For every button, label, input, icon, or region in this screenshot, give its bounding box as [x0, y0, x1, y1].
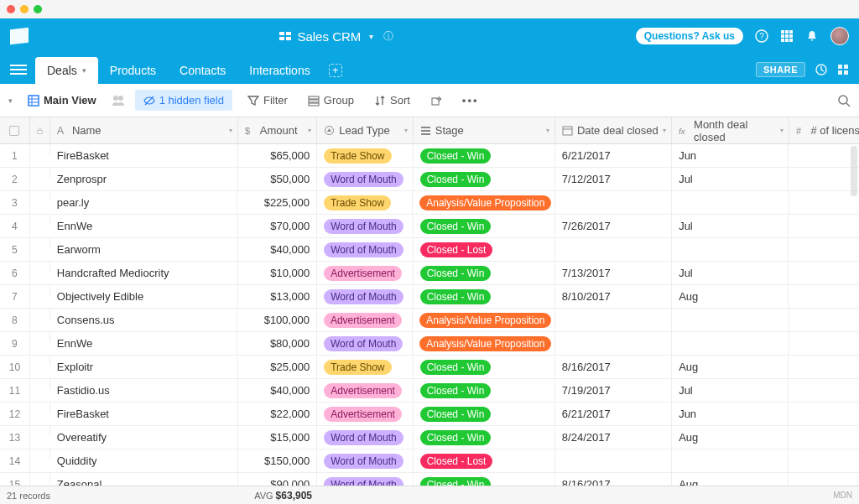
column-name[interactable]: AName▾: [50, 117, 238, 143]
avatar[interactable]: [830, 27, 849, 45]
cell-amount[interactable]: $150,000: [238, 449, 318, 472]
cell-lead-type[interactable]: Advertisement: [317, 403, 413, 425]
cell-date[interactable]: 8/16/2017: [555, 473, 672, 486]
cell-amount[interactable]: $25,000: [238, 356, 318, 378]
workspace-switcher[interactable]: Sales CRM ▾ ⓘ: [37, 29, 636, 44]
column-stage[interactable]: Stage▾: [414, 117, 555, 143]
cell-amount[interactable]: $65,000: [238, 144, 318, 167]
minimize-icon[interactable]: [20, 5, 29, 13]
cell-month[interactable]: Jul: [672, 379, 789, 402]
tab-products[interactable]: Products: [98, 57, 168, 84]
table-row[interactable]: 14Quiddity$150,000Word of MouthClosed - …: [0, 449, 859, 473]
table-row[interactable]: 7Objectively Edible$13,000Word of MouthC…: [0, 285, 859, 309]
table-row[interactable]: 1FireBasket$65,000Trade ShowClosed - Win…: [0, 144, 859, 168]
history-icon[interactable]: [815, 64, 827, 75]
cell-licenses[interactable]: [789, 403, 859, 425]
cell-amount[interactable]: $22,000: [238, 403, 318, 425]
bell-icon[interactable]: [805, 29, 819, 43]
cell-amount[interactable]: $70,000: [238, 215, 318, 237]
cell-amount[interactable]: $10,000: [238, 262, 318, 284]
cell-name[interactable]: EnnWe: [50, 332, 238, 355]
amount-summary[interactable]: AVG $63,905: [239, 490, 319, 501]
cell-month[interactable]: Aug: [672, 356, 789, 378]
cell-licenses[interactable]: [789, 332, 859, 355]
cell-stage[interactable]: Closed - Win: [414, 426, 555, 449]
tab-deals[interactable]: Deals▾: [35, 57, 98, 84]
cell-name[interactable]: FireBasket: [50, 144, 238, 167]
cell-stage[interactable]: Closed - Win: [414, 215, 555, 237]
cell-amount[interactable]: $50,000: [238, 168, 318, 190]
cell-name[interactable]: Exploitr: [50, 356, 238, 378]
apps-icon[interactable]: [780, 29, 794, 43]
cell-name[interactable]: Objectively Edible: [50, 285, 238, 308]
cell-date[interactable]: 7/26/2017: [555, 215, 672, 237]
cell-lead-type[interactable]: Advertisement: [317, 262, 413, 284]
cell-stage[interactable]: Closed - Win: [414, 403, 555, 425]
column-date-closed[interactable]: Date deal closed▾: [555, 117, 672, 143]
cell-lead-type[interactable]: Advertisement: [317, 379, 413, 402]
table-row[interactable]: 4EnnWe$70,000Word of MouthClosed - Win7/…: [0, 215, 859, 238]
cell-month[interactable]: Aug: [672, 473, 789, 486]
cell-date[interactable]: 7/12/2017: [555, 168, 672, 190]
close-icon[interactable]: [7, 5, 15, 13]
table-row[interactable]: 12FireBasket$22,000AdvertisementClosed -…: [0, 403, 859, 426]
help-icon[interactable]: ?: [755, 29, 768, 43]
cell-month[interactable]: Aug: [672, 285, 789, 308]
cell-name[interactable]: Quiddity: [50, 449, 238, 472]
cell-lead-type[interactable]: Word of Mouth: [317, 426, 413, 449]
cell-lead-type[interactable]: Advertisement: [317, 309, 413, 331]
group-button[interactable]: Group: [303, 91, 359, 110]
cell-amount[interactable]: $13,000: [238, 285, 318, 308]
cell-licenses[interactable]: [789, 473, 859, 486]
cell-lead-type[interactable]: Trade Show: [317, 144, 413, 167]
cell-licenses[interactable]: [789, 262, 859, 284]
cell-stage[interactable]: Closed - Win: [414, 473, 555, 486]
cell-stage[interactable]: Closed - Win: [414, 285, 555, 308]
menu-icon[interactable]: [10, 64, 27, 75]
cell-date[interactable]: 8/10/2017: [555, 285, 672, 308]
cell-licenses[interactable]: [789, 379, 859, 402]
cell-date[interactable]: 8/16/2017: [555, 356, 672, 378]
cell-licenses[interactable]: [789, 238, 859, 261]
cell-stage[interactable]: Closed - Win: [414, 262, 555, 284]
collapse-icon[interactable]: ▾: [8, 96, 13, 105]
scrollbar[interactable]: [851, 146, 857, 196]
tab-contacts[interactable]: Contacts: [168, 57, 237, 84]
cell-date[interactable]: [555, 238, 672, 261]
cell-lead-type[interactable]: Word of Mouth: [317, 238, 413, 261]
cell-amount[interactable]: $90,000: [238, 473, 318, 486]
filter-button[interactable]: Filter: [242, 91, 293, 110]
cell-name[interactable]: Zenprospr: [50, 168, 238, 190]
cell-date[interactable]: [555, 332, 672, 355]
cell-licenses[interactable]: [789, 191, 859, 214]
cell-amount[interactable]: $15,000: [238, 426, 318, 449]
cell-stage[interactable]: Closed - Lost: [414, 238, 555, 261]
cell-date[interactable]: 7/13/2017: [555, 262, 672, 284]
cell-name[interactable]: Handcrafted Mediocrity: [50, 262, 238, 284]
cell-stage[interactable]: Closed - Win: [414, 356, 555, 378]
cell-licenses[interactable]: [789, 168, 859, 190]
cell-date[interactable]: 8/24/2017: [555, 426, 672, 449]
table-row[interactable]: 5Earworm$40,000Word of MouthClosed - Los…: [0, 238, 859, 262]
table-row[interactable]: 2Zenprospr$50,000Word of MouthClosed - W…: [0, 168, 859, 191]
cell-date[interactable]: 6/21/2017: [555, 144, 672, 167]
cell-name[interactable]: pear.ly: [50, 191, 238, 214]
cell-month[interactable]: [672, 191, 789, 214]
share-button[interactable]: SHARE: [756, 62, 805, 77]
cell-name[interactable]: FireBasket: [50, 403, 238, 425]
cell-stage[interactable]: Analysis/Value Proposition: [413, 332, 555, 355]
cell-licenses[interactable]: [789, 215, 859, 237]
add-tab-button[interactable]: +: [329, 64, 342, 77]
cell-month[interactable]: Aug: [672, 426, 789, 449]
cell-month[interactable]: Jun: [672, 144, 789, 167]
cell-lead-type[interactable]: Trade Show: [317, 356, 413, 378]
cell-name[interactable]: Zeasonal: [50, 473, 238, 486]
cell-date[interactable]: 6/21/2017: [555, 403, 672, 425]
grid[interactable]: AName▾ $Amount▾ Lead Type▾ Stage▾ Date d…: [0, 117, 859, 486]
checkbox-icon[interactable]: [9, 126, 19, 136]
cell-amount[interactable]: $100,000: [237, 309, 316, 331]
collaborators-icon[interactable]: [112, 95, 125, 107]
cell-name[interactable]: Fastidio.us: [50, 379, 238, 402]
cell-date[interactable]: [555, 191, 672, 214]
search-icon[interactable]: [837, 94, 851, 107]
